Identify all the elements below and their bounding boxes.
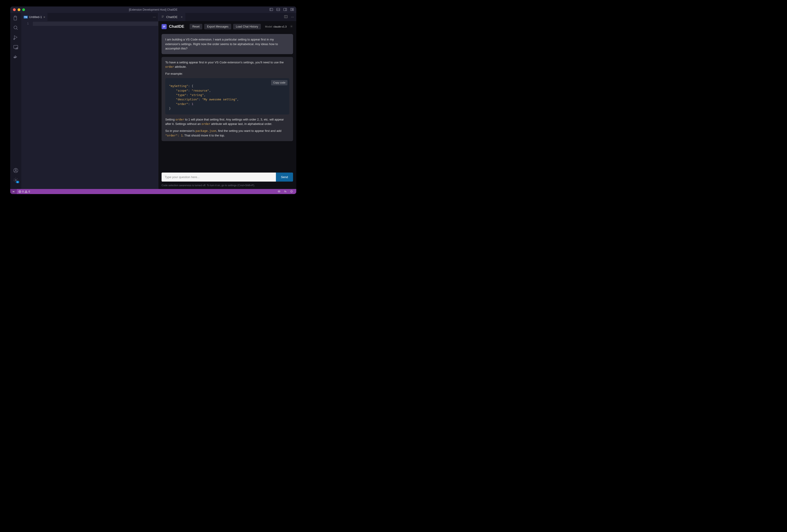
- svg-rect-0: [270, 8, 273, 10]
- run-debug-icon[interactable]: [13, 35, 19, 40]
- customize-layout-icon[interactable]: [290, 8, 294, 12]
- svg-point-34: [284, 191, 285, 192]
- chat-tab-close-icon[interactable]: ×: [181, 15, 183, 19]
- svg-rect-8: [292, 10, 294, 10]
- chat-tab[interactable]: ChatIDE ×: [158, 13, 186, 21]
- chat-tab-actions: ⋯: [284, 13, 296, 21]
- load-history-button[interactable]: Load Chat History: [233, 24, 261, 29]
- traffic-lights: [10, 8, 25, 11]
- svg-point-16: [15, 179, 17, 181]
- inline-code: order: [175, 118, 184, 121]
- toggle-panel-icon[interactable]: [276, 8, 280, 12]
- chatide-logo-icon: [162, 24, 167, 29]
- remote-indicator[interactable]: [10, 189, 17, 194]
- svg-point-33: [279, 191, 280, 192]
- chat-input-row: Send: [158, 170, 296, 183]
- copy-code-button[interactable]: Copy code: [271, 80, 288, 85]
- titlebar: [Extension Development Host] ChatIDE: [10, 6, 296, 13]
- status-bar-right: [278, 190, 296, 193]
- model-label: Model: claude-v1.3: [265, 25, 286, 28]
- svg-rect-6: [291, 8, 292, 10]
- tab-title: Untitled-1: [29, 15, 42, 19]
- inline-code: order: [165, 65, 174, 68]
- settings-gear-icon[interactable]: 1: [13, 177, 19, 183]
- layout-controls: [270, 8, 294, 12]
- reset-button[interactable]: Reset: [190, 24, 202, 29]
- svg-line-10: [17, 28, 18, 29]
- window-minimize-icon[interactable]: [18, 8, 20, 11]
- toggle-primary-sidebar-icon[interactable]: [270, 8, 273, 12]
- svg-point-9: [14, 26, 17, 29]
- model-name: claude-v1.3: [273, 25, 286, 28]
- more-actions-icon[interactable]: ⋯: [291, 15, 294, 19]
- editor-tabs: TS Untitled-1 × ⋯: [21, 13, 158, 21]
- panel-icon: [161, 15, 164, 19]
- svg-point-32: [278, 191, 279, 192]
- chat-header: ChatIDE Reset Export Messages Load Chat …: [158, 21, 296, 32]
- user-message: I am building a VS Code extension. I wan…: [162, 34, 293, 54]
- send-button[interactable]: Send: [276, 173, 293, 182]
- line-number: 1: [21, 22, 29, 25]
- assistant-message: To have a setting appear first in your V…: [162, 57, 293, 141]
- svg-rect-2: [277, 8, 280, 10]
- code-content[interactable]: "mySetting": { "scope": "resource", "typ…: [169, 84, 285, 111]
- svg-rect-4: [284, 8, 287, 10]
- svg-rect-7: [292, 8, 294, 9]
- remote-explorer-icon[interactable]: [13, 44, 19, 50]
- tab-close-icon[interactable]: ×: [43, 15, 45, 19]
- split-editor-icon[interactable]: [284, 15, 288, 19]
- chat-settings-icon[interactable]: [290, 25, 293, 29]
- live-share-icon[interactable]: [284, 190, 287, 193]
- window-zoom-icon[interactable]: [22, 8, 25, 11]
- copilot-status-icon[interactable]: [278, 190, 280, 193]
- editor-pane-left: TS Untitled-1 × ⋯ 1: [21, 13, 158, 189]
- accounts-icon[interactable]: [13, 168, 19, 173]
- docker-icon[interactable]: [13, 54, 19, 60]
- chat-tabs: ChatIDE × ⋯: [158, 13, 296, 21]
- main-area: 1 TS Untitled-1 × ⋯: [10, 13, 296, 189]
- svg-rect-31: [278, 191, 280, 192]
- messages-list: I am building a VS Code extension. I wan…: [158, 32, 296, 170]
- error-count: 0: [22, 190, 24, 193]
- chat-input[interactable]: [162, 173, 276, 182]
- status-bar-left: 0 0: [10, 189, 31, 194]
- code-area[interactable]: [33, 21, 158, 189]
- editor-tab-actions[interactable]: ⋯: [153, 13, 158, 21]
- editor-body[interactable]: 1: [21, 21, 158, 189]
- footer-hint: Code selection awareness is turned off. …: [158, 183, 296, 189]
- status-bar: 0 0: [10, 189, 296, 194]
- toggle-secondary-sidebar-icon[interactable]: [283, 8, 287, 12]
- search-icon[interactable]: [13, 25, 19, 30]
- svg-point-25: [291, 26, 292, 27]
- explorer-icon[interactable]: [13, 15, 19, 21]
- window-title: [Extension Development Host] ChatIDE: [10, 8, 296, 11]
- editor-tab-untitled[interactable]: TS Untitled-1 ×: [21, 13, 48, 21]
- svg-point-15: [15, 169, 17, 171]
- problems-status[interactable]: 0 0: [17, 190, 31, 193]
- editor-group: TS Untitled-1 × ⋯ 1: [21, 13, 296, 189]
- language-badge: TS: [24, 16, 28, 19]
- more-actions-icon[interactable]: ⋯: [153, 15, 156, 19]
- svg-rect-12: [14, 45, 18, 48]
- line-gutter: 1: [21, 21, 33, 189]
- window-close-icon[interactable]: [13, 8, 16, 11]
- chat-tab-title: ChatIDE: [166, 15, 177, 19]
- chat-content: ChatIDE Reset Export Messages Load Chat …: [158, 21, 296, 189]
- chat-panel: ChatIDE × ⋯ ChatIDE: [158, 13, 296, 189]
- svg-point-35: [285, 191, 286, 192]
- chat-title: ChatIDE: [169, 24, 184, 29]
- activity-bar: 1: [10, 13, 21, 189]
- inline-code: package.json: [195, 129, 216, 133]
- settings-badge: 1: [16, 181, 19, 183]
- warning-count: 0: [28, 190, 30, 193]
- inline-code: "order": 1: [165, 134, 183, 137]
- chat-header-buttons: Reset Export Messages Load Chat History …: [190, 24, 293, 29]
- vscode-window: [Extension Development Host] ChatIDE: [10, 6, 296, 194]
- notifications-icon[interactable]: [290, 190, 293, 193]
- inline-code: order: [201, 122, 210, 126]
- active-line-highlight: [33, 22, 158, 26]
- code-block: Copy code "mySetting": { "scope": "resou…: [165, 78, 289, 114]
- export-messages-button[interactable]: Export Messages: [204, 24, 231, 29]
